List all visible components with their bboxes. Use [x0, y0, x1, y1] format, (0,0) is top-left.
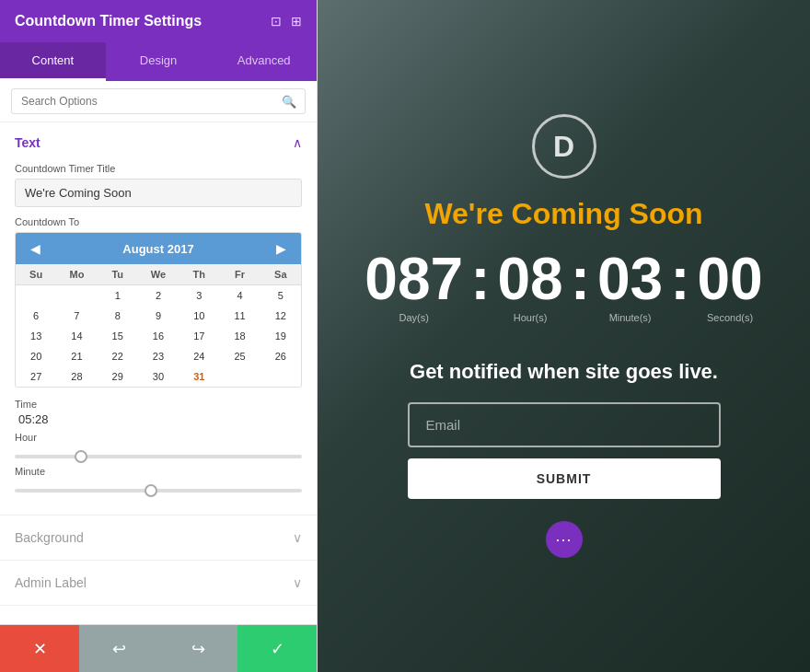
submit-button[interactable]: SUBMIT — [408, 458, 721, 499]
cal-day[interactable]: 4 — [219, 285, 260, 307]
cal-day[interactable]: 18 — [219, 326, 260, 346]
search-icon: 🔍 — [282, 95, 296, 109]
text-section-header[interactable]: Text ∧ — [0, 122, 317, 163]
preview-panel: D We're Coming Soon 087 Day(s) : 08 Hour… — [318, 0, 810, 672]
panel-content: Text ∧ Countdown Timer Title Countdown T… — [0, 122, 317, 624]
countdown-title: We're Coming Soon — [424, 197, 702, 231]
cal-day[interactable]: 29 — [98, 366, 138, 387]
cal-day[interactable]: 5 — [260, 285, 301, 307]
logo-letter: D — [553, 130, 574, 164]
search-bar: 🔍 — [0, 81, 317, 122]
tab-design[interactable]: Design — [106, 42, 212, 81]
calendar: ◀ August 2017 ▶ SuMoTuWeThFrSa 123456789… — [15, 232, 302, 388]
email-input[interactable] — [408, 402, 721, 447]
search-input[interactable] — [11, 88, 306, 114]
redo-icon: ↪ — [191, 639, 205, 659]
title-input[interactable] — [15, 179, 302, 207]
countdown-minutes: 03 — [597, 249, 663, 308]
cal-day-header: We — [138, 264, 179, 285]
cal-day[interactable]: 23 — [138, 346, 179, 366]
countdown-minutes-label: Minute(s) — [609, 312, 652, 323]
cal-day[interactable]: 10 — [179, 306, 219, 326]
cal-day[interactable]: 28 — [56, 366, 97, 387]
countdown-hours: 08 — [497, 249, 562, 308]
cal-day[interactable]: 24 — [179, 346, 219, 366]
cal-day[interactable]: 25 — [219, 346, 260, 366]
minute-slider[interactable] — [15, 489, 302, 492]
cal-day-header: Th — [179, 264, 219, 285]
tab-content[interactable]: Content — [0, 42, 106, 81]
cal-grid: SuMoTuWeThFrSa 1234567891011121314151617… — [16, 264, 301, 387]
tab-advanced[interactable]: Advanced — [211, 42, 317, 81]
cancel-icon: ✕ — [33, 639, 47, 659]
background-section[interactable]: Background ∨ — [0, 516, 317, 561]
cal-next[interactable]: ▶ — [271, 239, 292, 258]
background-section-title: Background — [15, 530, 84, 545]
minute-label: Minute — [15, 466, 302, 477]
panel-title: Countdown Timer Settings — [15, 13, 202, 29]
cal-day[interactable]: 26 — [260, 346, 301, 366]
cal-day[interactable]: 14 — [56, 326, 97, 346]
countdown-seconds-label: Second(s) — [707, 312, 753, 323]
cal-day-header: Fr — [219, 264, 260, 285]
cal-day[interactable]: 13 — [16, 326, 56, 346]
time-label: Time — [15, 399, 302, 410]
confirm-button[interactable]: ✓ — [237, 625, 317, 672]
undo-button[interactable]: ↩ — [79, 625, 158, 672]
dots-icon: ··· — [555, 530, 572, 550]
background-chevron: ∨ — [293, 530, 302, 545]
countdown-days-label: Day(s) — [399, 312, 429, 323]
cal-day[interactable]: 7 — [56, 306, 97, 326]
cal-header: ◀ August 2017 ▶ — [16, 233, 301, 264]
cal-day — [260, 366, 301, 387]
expand-icon[interactable]: ⊡ — [271, 14, 282, 29]
cal-day[interactable]: 11 — [219, 306, 260, 326]
countdown-days-unit: 087 Day(s) — [364, 249, 463, 323]
undo-icon: ↩ — [112, 639, 126, 659]
text-section: Text ∧ Countdown Timer Title Countdown T… — [0, 122, 317, 516]
sep-1: : — [463, 249, 497, 308]
cal-day[interactable]: 17 — [179, 326, 219, 346]
cal-day[interactable]: 8 — [98, 306, 138, 326]
cancel-button[interactable]: ✕ — [0, 625, 79, 672]
cal-day[interactable]: 2 — [138, 285, 179, 307]
cal-day[interactable]: 9 — [138, 306, 179, 326]
cal-month-year: August 2017 — [122, 242, 193, 256]
cal-day[interactable]: 15 — [98, 326, 138, 346]
cal-day[interactable]: 30 — [138, 366, 179, 387]
redo-button[interactable]: ↪ — [158, 625, 237, 672]
admin-label-chevron: ∨ — [293, 575, 302, 590]
cal-day[interactable]: 6 — [16, 306, 56, 326]
admin-label-section[interactable]: Admin Label ∨ — [0, 561, 317, 606]
cal-day[interactable]: 16 — [138, 326, 179, 346]
countdown-minutes-unit: 03 Minute(s) — [597, 249, 663, 323]
grid-icon[interactable]: ⊞ — [291, 14, 302, 29]
hour-label: Hour — [15, 432, 302, 443]
hour-slider[interactable] — [15, 455, 302, 458]
header-icons: ⊡ ⊞ — [271, 14, 302, 29]
cal-day[interactable]: 19 — [260, 326, 301, 346]
notify-text: Get notified when site goes live. — [410, 360, 718, 384]
cal-day[interactable]: 3 — [179, 285, 219, 307]
countdown-hours-unit: 08 Hour(s) — [497, 249, 562, 323]
cal-day[interactable]: 12 — [260, 306, 301, 326]
sep-3: : — [663, 249, 697, 308]
cal-day[interactable]: 27 — [16, 366, 56, 387]
cal-day[interactable]: 22 — [98, 346, 138, 366]
cal-day[interactable]: 21 — [56, 346, 97, 366]
cal-day[interactable]: 1 — [98, 285, 138, 307]
cal-day[interactable]: 31 — [179, 366, 219, 387]
submit-label: SUBMIT — [537, 471, 592, 486]
tab-bar: Content Design Advanced — [0, 42, 317, 81]
title-field-label: Countdown Timer Title — [15, 163, 302, 174]
dots-button[interactable]: ··· — [546, 521, 583, 558]
countdown-days: 087 — [364, 249, 463, 308]
text-section-body: Countdown Timer Title Countdown To ◀ Aug… — [0, 163, 317, 515]
cal-day[interactable]: 20 — [16, 346, 56, 366]
cal-day — [16, 285, 56, 307]
countdown-to-label: Countdown To — [15, 216, 302, 227]
divi-logo: D — [532, 114, 596, 179]
cal-day-header: Su — [16, 264, 56, 285]
admin-label-section-title: Admin Label — [15, 575, 87, 590]
cal-prev[interactable]: ◀ — [25, 239, 46, 258]
